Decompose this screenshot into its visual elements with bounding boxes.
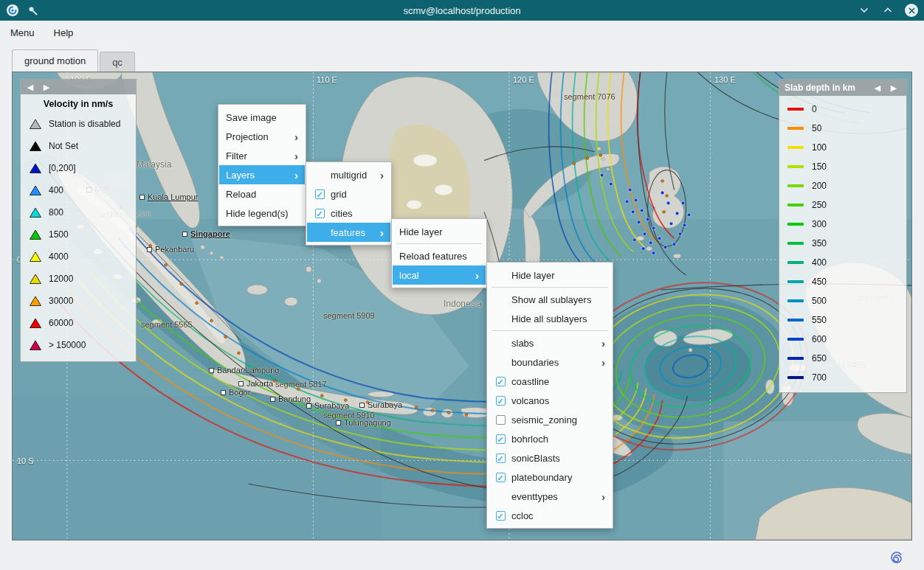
legend-item: 450	[779, 272, 906, 291]
pin-icon[interactable]	[26, 4, 39, 17]
menu-item-features[interactable]: features›	[307, 223, 390, 242]
menu-item-icon-slot	[494, 337, 506, 349]
menu-item-label: Layers	[226, 170, 289, 181]
menu-item-grid[interactable]: ✓grid	[307, 184, 390, 204]
velocity-legend-items: Station is disabledNot Set[0,200]4008001…	[21, 111, 136, 361]
maximize-button[interactable]	[881, 4, 894, 17]
legend-prev-button[interactable]: ◀	[870, 80, 885, 95]
seiscomp-logo-icon	[6, 4, 19, 17]
station-triangle-icon	[29, 295, 42, 307]
legend-item-label: 12000	[49, 274, 73, 284]
slab-legend-header: Slab depth in km ◀ ▶	[779, 80, 906, 96]
legend-item-label: 550	[812, 315, 827, 325]
depth-color-swatch	[787, 146, 804, 149]
features-submenu: Hide layerReload featureslocal›	[391, 218, 487, 288]
depth-color-swatch	[787, 261, 804, 264]
legend-item: 650	[779, 349, 906, 368]
menu-item-icon-slot: ✓	[314, 188, 325, 200]
menu-item-label: features	[331, 227, 375, 238]
depth-color-swatch	[787, 299, 804, 302]
menu-item-plateboundary[interactable]: ✓plateboundary	[488, 468, 612, 487]
menu-item-save-image[interactable]: Save image	[219, 108, 305, 127]
menu-item-hide-layer[interactable]: Hide layer	[393, 222, 486, 241]
app-icon[interactable]	[6, 4, 19, 17]
depth-color-swatch	[787, 357, 804, 360]
legend-item-label: 700	[812, 372, 827, 383]
menu-item-icon-slot	[314, 169, 325, 181]
menu-item-sonicblasts[interactable]: ✓sonicBlasts	[488, 448, 612, 468]
legend-item-label: 800	[49, 207, 63, 218]
menu-item-icon-slot: ✓	[494, 452, 506, 464]
menu-item-reload-features[interactable]: Reload features	[393, 246, 486, 265]
menu-item-reload[interactable]: Reload	[219, 184, 305, 204]
menubar: MenuHelp	[0, 21, 924, 44]
menu-item-hide-all-sublayers[interactable]: Hide all sublayers	[488, 309, 612, 328]
submenu-arrow-icon: ›	[475, 270, 479, 281]
menu-item-boundaries[interactable]: boundaries›	[488, 352, 612, 372]
menu-item-label: cities	[331, 208, 384, 219]
menu-item-cities[interactable]: ✓cities	[307, 204, 390, 223]
legend-item: 500	[779, 291, 906, 310]
legend-item-label: 400	[812, 257, 827, 268]
menu-item-ccloc[interactable]: ✓ccloc	[488, 506, 612, 525]
menu-item-hide-legend-s[interactable]: Hide legend(s)	[219, 204, 305, 223]
minimize-button[interactable]	[858, 4, 871, 17]
tab-qc[interactable]: qc	[100, 52, 135, 72]
close-button[interactable]	[905, 4, 918, 17]
watermark-swirl-icon	[888, 549, 906, 566]
menu-item-icon-slot: ✓	[494, 395, 506, 406]
window-controls	[858, 4, 918, 17]
legend-item: 1500	[21, 223, 136, 246]
legend-item-label: 350	[812, 238, 827, 248]
depth-color-swatch	[787, 204, 804, 206]
legend-next-button[interactable]: ▶	[886, 80, 901, 95]
legend-item-label: 600	[812, 334, 827, 344]
legend-item: 300	[779, 215, 906, 234]
submenu-arrow-icon: ›	[294, 170, 298, 181]
menu-item-projection[interactable]: Projection›	[219, 127, 305, 146]
menu-item-filter[interactable]: Filter›	[219, 146, 305, 165]
legend-item-label: 100	[812, 142, 827, 153]
menu-item-volcanos[interactable]: ✓volcanos	[488, 391, 612, 410]
menu-item-eventtypes[interactable]: eventtypes›	[488, 487, 612, 506]
menu-item-label: plateboundary	[511, 472, 605, 483]
menu-item-seismic-zoning[interactable]: seismic_zoning	[488, 410, 612, 429]
menu-item-layers[interactable]: Layers›	[219, 165, 305, 184]
station-triangle-icon	[29, 273, 42, 285]
close-icon	[909, 7, 915, 14]
menu-item-icon-slot	[494, 490, 506, 502]
menu-item-multigrid[interactable]: multigrid›	[307, 165, 390, 184]
menu-item-label: ccloc	[511, 510, 605, 521]
layers-submenu: multigrid›✓grid✓citiesfeatures›	[306, 161, 392, 246]
map-viewport[interactable]: 100 E110 E120 E130 E010 SMalaysiaMedanKu…	[12, 72, 912, 541]
legend-item: 200	[779, 176, 906, 195]
legend-item-label: [0,200]	[49, 163, 76, 173]
station-triangle-icon	[29, 206, 42, 218]
menu-item-show-all-sublayers[interactable]: Show all sublayers	[488, 290, 612, 309]
menu-item-icon-slot: ✓	[494, 471, 506, 483]
legend-item: 0	[779, 100, 906, 119]
menubar-item-help[interactable]: Help	[54, 27, 74, 38]
legend-next-button[interactable]: ▶	[39, 80, 54, 94]
depth-color-swatch	[787, 242, 804, 245]
legend-prev-button[interactable]: ◀	[23, 80, 38, 94]
menu-item-coastline[interactable]: ✓coastline	[488, 372, 612, 391]
menu-item-label: boundaries	[511, 357, 596, 368]
tab-ground-motion[interactable]: ground motion	[12, 49, 98, 72]
legend-item-label: 250	[812, 200, 827, 210]
menu-item-label: Filter	[226, 150, 289, 161]
menu-item-label: coastline	[511, 376, 605, 387]
legend-item-label: Station is disabled	[49, 119, 120, 129]
menu-item-bohrloch[interactable]: ✓bohrloch	[488, 429, 612, 448]
menu-item-slabs[interactable]: slabs›	[488, 333, 612, 352]
menubar-item-menu[interactable]: Menu	[10, 27, 35, 38]
station-triangle-icon	[29, 229, 42, 240]
checkbox-checked-icon: ✓	[496, 377, 506, 386]
menu-item-local[interactable]: local›	[393, 265, 486, 285]
menu-item-label: Hide legend(s)	[226, 208, 298, 219]
legend-item: 600	[779, 330, 906, 349]
menu-item-label: eventtypes	[511, 491, 596, 502]
menu-item-hide-layer[interactable]: Hide layer	[488, 265, 612, 285]
slab-legend: Slab depth in km ◀ ▶ 0501001502002503003…	[779, 79, 907, 393]
legend-item-label: 450	[812, 277, 827, 287]
